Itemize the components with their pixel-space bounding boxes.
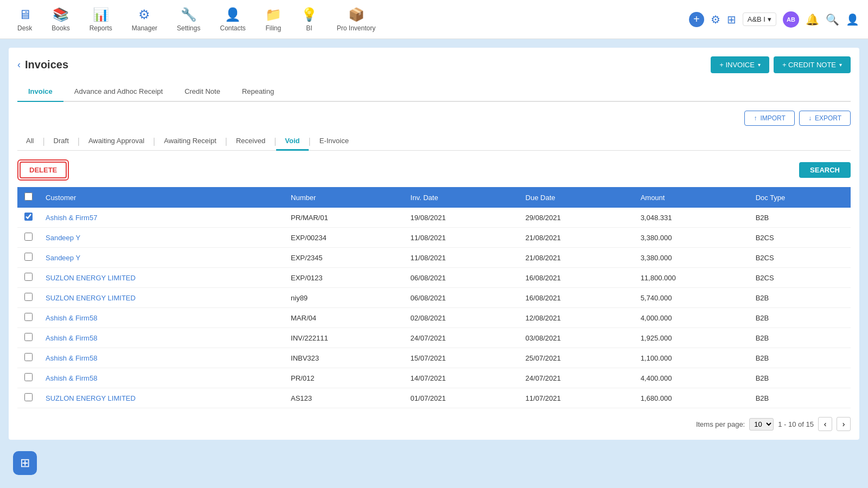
row-doc-type-8: B2B xyxy=(749,368,851,388)
row-due-date-9: 11/07/2021 xyxy=(519,388,634,408)
tab-invoice[interactable]: Invoice xyxy=(17,82,63,102)
avatar[interactable]: AB xyxy=(783,11,799,28)
row-checkbox-cell-9 xyxy=(17,388,39,408)
row-checkbox-cell-7 xyxy=(17,348,39,368)
nav-label-pro-inventory: Pro Inventory xyxy=(337,24,375,32)
user-profile-icon[interactable]: 👤 xyxy=(846,13,859,26)
nav-item-books[interactable]: 📚 Books xyxy=(43,3,78,36)
row-customer-1[interactable]: Sandeep Y xyxy=(39,228,284,248)
row-checkbox-1[interactable] xyxy=(24,233,33,241)
row-inv-date-4: 06/08/2021 xyxy=(404,288,519,308)
nav-item-bi[interactable]: 💡 BI xyxy=(292,3,326,36)
select-all-checkbox[interactable] xyxy=(24,192,33,201)
row-checkbox-4[interactable] xyxy=(24,293,33,301)
invoice-button[interactable]: + INVOICE ▾ xyxy=(711,56,769,73)
row-checkbox-3[interactable] xyxy=(24,273,33,281)
grid-icon[interactable]: ⊞ xyxy=(727,13,736,26)
row-checkbox-5[interactable] xyxy=(24,313,33,321)
row-checkbox-cell-2 xyxy=(17,248,39,268)
row-number-0: PR/MAR/01 xyxy=(284,208,404,228)
table-body: Ashish & Firm57PR/MAR/0119/08/202129/08/… xyxy=(17,208,851,408)
sub-tab-awaiting-approval[interactable]: Awaiting Approval xyxy=(80,132,153,151)
nav-item-reports[interactable]: 📊 Reports xyxy=(81,3,121,36)
delete-search-row: DELETE SEARCH xyxy=(17,159,851,181)
row-checkbox-9[interactable] xyxy=(24,393,33,401)
manager-icon: ⚙ xyxy=(138,7,150,22)
row-doc-type-6: B2B xyxy=(749,328,851,348)
delete-button[interactable]: DELETE xyxy=(20,162,67,178)
invoices-table: Customer Number Inv. Date Due Date Amoun… xyxy=(17,187,851,408)
invoice-dropdown-arrow-icon: ▾ xyxy=(758,62,761,68)
desk-icon: 🖥 xyxy=(18,7,31,22)
table-header-row: Customer Number Inv. Date Due Date Amoun… xyxy=(17,187,851,208)
row-due-date-0: 29/08/2021 xyxy=(519,208,634,228)
row-customer-3[interactable]: SUZLON ENERGY LIMITED xyxy=(39,268,284,288)
sub-tab-draft[interactable]: Draft xyxy=(45,132,78,151)
credit-note-button[interactable]: + CREDIT NOTE ▾ xyxy=(774,56,851,73)
import-button[interactable]: ↑ IMPORT xyxy=(744,111,794,126)
nav-item-contacts[interactable]: 👤 Contacts xyxy=(211,3,254,36)
gear-icon[interactable]: ⚙ xyxy=(711,13,720,26)
row-due-date-6: 03/08/2021 xyxy=(519,328,634,348)
row-customer-4[interactable]: SUZLON ENERGY LIMITED xyxy=(39,288,284,308)
row-checkbox-0[interactable] xyxy=(24,213,33,221)
table-row: Ashish & Firm58MAR/0402/08/202112/08/202… xyxy=(17,308,851,328)
sub-tab-void[interactable]: Void xyxy=(276,132,308,151)
sub-tab-all[interactable]: All xyxy=(17,132,42,151)
nav-item-filing[interactable]: 📁 Filing xyxy=(257,3,290,36)
row-inv-date-3: 06/08/2021 xyxy=(404,268,519,288)
row-amount-5: 4,000.000 xyxy=(634,308,749,328)
row-customer-2[interactable]: Sandeep Y xyxy=(39,248,284,268)
pagination-prev-button[interactable]: ‹ xyxy=(818,417,832,431)
nav-item-pro-inventory[interactable]: 📦 Pro Inventory xyxy=(328,3,384,36)
items-per-page-label: Items per page: xyxy=(696,420,745,428)
row-customer-8[interactable]: Ashish & Firm58 xyxy=(39,368,284,388)
row-due-date-1: 21/08/2021 xyxy=(519,228,634,248)
row-inv-date-6: 24/07/2021 xyxy=(404,328,519,348)
user-selector[interactable]: A&B I ▾ xyxy=(743,12,776,26)
nav-item-desk[interactable]: 🖥 Desk xyxy=(9,3,41,36)
page-title: Invoices xyxy=(25,59,68,71)
notification-icon[interactable]: 🔔 xyxy=(806,13,819,26)
row-due-date-4: 16/08/2021 xyxy=(519,288,634,308)
sub-tab-awaiting-receipt[interactable]: Awaiting Receipt xyxy=(155,132,225,151)
sub-tab-received[interactable]: Received xyxy=(227,132,274,151)
pagination-next-button[interactable]: › xyxy=(837,417,851,431)
add-button[interactable]: + xyxy=(689,12,704,27)
items-per-page-select[interactable]: 10 20 50 xyxy=(749,418,774,431)
sub-tab-e-invoice[interactable]: E-Invoice xyxy=(311,132,358,151)
row-number-7: INBV323 xyxy=(284,348,404,368)
search-icon[interactable]: 🔍 xyxy=(826,13,839,26)
header-actions: + INVOICE ▾ + CREDIT NOTE ▾ xyxy=(711,56,851,73)
table-row: Sandeep YEXP/234511/08/202121/08/20213,3… xyxy=(17,248,851,268)
row-number-2: EXP/2345 xyxy=(284,248,404,268)
row-checkbox-7[interactable] xyxy=(24,353,33,361)
row-checkbox-2[interactable] xyxy=(24,253,33,261)
row-customer-0[interactable]: Ashish & Firm57 xyxy=(39,208,284,228)
tab-repeating[interactable]: Repeating xyxy=(231,82,285,102)
tab-credit-note[interactable]: Credit Note xyxy=(174,82,231,102)
row-checkbox-cell-3 xyxy=(17,268,39,288)
pagination-range: 1 - 10 of 15 xyxy=(778,420,814,428)
row-customer-9[interactable]: SUZLON ENERGY LIMITED xyxy=(39,388,284,408)
nav-item-settings[interactable]: 🔧 Settings xyxy=(168,3,209,36)
row-customer-7[interactable]: Ashish & Firm58 xyxy=(39,348,284,368)
export-label: EXPORT xyxy=(815,114,841,122)
search-button[interactable]: SEARCH xyxy=(799,162,851,178)
back-button[interactable]: ‹ xyxy=(17,59,21,70)
invoice-button-label: + INVOICE xyxy=(719,61,755,69)
row-due-date-8: 24/07/2021 xyxy=(519,368,634,388)
row-customer-5[interactable]: Ashish & Firm58 xyxy=(39,308,284,328)
nav-label-filing: Filing xyxy=(265,24,281,32)
row-doc-type-9: B2B xyxy=(749,388,851,408)
nav-item-manager[interactable]: ⚙ Manager xyxy=(123,3,166,36)
col-due-date: Due Date xyxy=(519,187,634,208)
bi-icon: 💡 xyxy=(301,7,317,22)
export-button[interactable]: ↓ EXPORT xyxy=(799,111,851,126)
row-customer-6[interactable]: Ashish & Firm58 xyxy=(39,328,284,348)
import-icon: ↑ xyxy=(754,114,757,122)
row-checkbox-6[interactable] xyxy=(24,333,33,341)
table-row: Ashish & Firm58INBV32315/07/202125/07/20… xyxy=(17,348,851,368)
tab-advance[interactable]: Advance and Adhoc Receipt xyxy=(63,82,174,102)
row-checkbox-8[interactable] xyxy=(24,373,33,381)
